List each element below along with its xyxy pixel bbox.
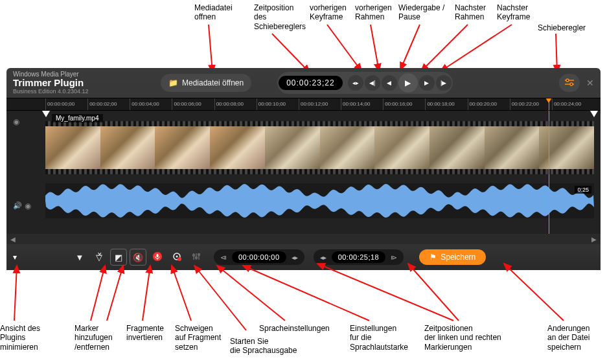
label-minimize: Ansicht des Plugins minimieren <box>0 324 40 352</box>
play-pause-button[interactable]: ▶ <box>398 73 418 93</box>
equalizer-icon <box>192 252 201 263</box>
svg-point-23 <box>198 253 200 255</box>
ruler-tick: 00:00:12;00 <box>299 98 341 110</box>
eye-icon-2[interactable]: ◉ <box>25 201 31 210</box>
bottom-toolbar: ▾ ▼ ▽✕ ◩ 🔇 ⧏ <box>6 244 601 270</box>
video-thumbnail <box>155 126 210 169</box>
svg-point-17 <box>178 257 181 261</box>
scroll-left-button[interactable]: ◀ <box>10 236 16 243</box>
top-annotations: Mediadatei offnen Zeitposition des Schie… <box>0 0 607 68</box>
next-keyframe-button[interactable]: |▶ <box>436 75 452 91</box>
volume-settings-button[interactable] <box>188 249 205 266</box>
mute-fragment-button[interactable]: 🔇 <box>130 249 146 266</box>
label-prev-keyframe: vorherigen Keyframe <box>310 3 347 22</box>
video-thumbnail <box>320 126 375 169</box>
nav-row: ◀ ▶ <box>6 234 601 244</box>
svg-point-21 <box>193 254 195 256</box>
label-voice-settings: Spracheinstellungen <box>259 324 330 333</box>
chevron-down-icon: ▾ <box>13 253 17 262</box>
right-track-marker[interactable] <box>590 111 598 117</box>
ruler-tick: 00:00:20;00 <box>468 98 510 110</box>
playhead-line[interactable] <box>549 111 549 234</box>
ruler-tick: 00:00:06;00 <box>172 98 214 110</box>
label-timecode: Zeitposition des Schiebereglers <box>254 3 306 31</box>
ruler-tick: 00:00:04;00 <box>130 98 172 110</box>
video-thumbnail <box>45 126 100 169</box>
nudge-button[interactable]: ◂▸ <box>348 75 363 91</box>
track-filename-label: My_family.mp4 <box>52 114 103 122</box>
voice-settings-button[interactable] <box>168 249 185 266</box>
close-icon: ✕ <box>586 78 594 88</box>
label-mute: Schweigen auf Fragment setzen <box>175 324 221 352</box>
nudge-right-button[interactable]: ◂▸ <box>317 254 329 261</box>
label-invert: Fragmente invertieren <box>126 324 164 343</box>
prev-keyframe-button[interactable]: ◀| <box>365 75 380 91</box>
playhead-marker[interactable] <box>549 98 549 110</box>
label-prev-frame: vorherigen Rahmen <box>355 3 392 22</box>
nudge-left-button[interactable]: ◂▸ <box>289 254 301 261</box>
open-media-button[interactable]: 📁 Mediadatei öffnen <box>161 74 251 92</box>
flag-icon: ⚑ <box>429 253 437 262</box>
ruler-tick: 00:00:24;00 <box>552 98 594 110</box>
label-volume-settings: Einstellungen fur die Sprachlautstarke <box>350 324 408 352</box>
go-start-button[interactable]: ⧏ <box>218 254 229 261</box>
right-marker-timecode: 00:00:25;18 <box>332 251 386 263</box>
folder-icon: 📁 <box>168 78 178 87</box>
add-marker-button[interactable]: ▼ <box>71 249 88 266</box>
video-thumbnail <box>539 126 594 169</box>
close-button[interactable]: ✕ <box>586 78 594 88</box>
remove-marker-button[interactable]: ▽✕ <box>91 249 108 266</box>
audio-track[interactable] <box>45 183 594 218</box>
svg-point-16 <box>176 255 178 257</box>
speaker-icon[interactable]: 🔊 <box>13 201 22 210</box>
label-next-keyframe: Nachster Keyframe <box>497 3 530 22</box>
duration-badge: 0:25 <box>575 186 591 194</box>
video-thumbnail <box>429 126 485 169</box>
mute-icon: 🔇 <box>133 253 143 262</box>
gear-icon <box>172 251 182 264</box>
marker-add-icon: ▼ <box>76 253 84 262</box>
video-thumbnail <box>485 126 540 169</box>
playback-controls: 00:00:23;22 ◂▸ ◀| ◀ ▶ ▶ |▶ <box>277 72 452 94</box>
label-voice-start: Starten Sie die Sprachausgabe <box>230 337 297 356</box>
plugin-title: Trimmer Plugin <box>13 78 155 89</box>
label-marker: Marker hinzufugen /entfernen <box>74 324 113 352</box>
sliders-icon <box>565 77 574 89</box>
voice-record-button[interactable] <box>149 249 166 266</box>
plugin-window: Windows Media Player Trimmer Plugin Busi… <box>6 68 601 270</box>
ruler-tick: 00:00:10;00 <box>257 98 299 110</box>
left-marker-group: ⧏ 00:00:00;00 ◂▸ <box>214 249 304 265</box>
invert-fragments-button[interactable]: ◩ <box>110 249 127 266</box>
go-end-button[interactable]: ⧐ <box>388 254 400 261</box>
label-next-frame: Nachster Rahmen <box>455 3 486 22</box>
timecode-display: 00:00:23;22 <box>279 76 342 90</box>
left-marker-timecode: 00:00:00;00 <box>232 251 286 263</box>
svg-point-22 <box>196 256 198 258</box>
next-frame-button[interactable]: ▶ <box>419 75 435 91</box>
ruler-tick: 00:00:02;00 <box>87 98 130 110</box>
video-thumbnail <box>265 126 320 169</box>
version-label: Business Edition 4.0.2304.12 <box>13 89 155 95</box>
marker-remove-icon: ▽✕ <box>96 253 102 262</box>
prev-frame-button[interactable]: ◀ <box>382 75 397 91</box>
header: Windows Media Player Trimmer Plugin Busi… <box>6 68 601 98</box>
scroll-right-button[interactable]: ▶ <box>591 236 597 243</box>
svg-point-10 <box>566 79 569 82</box>
video-track[interactable] <box>45 121 594 174</box>
save-button[interactable]: ⚑ Speichern <box>419 249 486 265</box>
ruler-tick: 00:00:08;00 <box>214 98 257 110</box>
save-label: Speichern <box>441 253 475 262</box>
video-thumbnail <box>210 126 265 169</box>
svg-rect-14 <box>157 254 159 257</box>
timeline-ruler[interactable]: 00:00:00;0000:00:02;0000:00:04;0000:00:0… <box>6 98 601 111</box>
ruler-tick: 00:00:14;00 <box>341 98 383 110</box>
minimize-button[interactable]: ▾ <box>13 253 17 262</box>
ruler-tick: 00:00:18;00 <box>425 98 467 110</box>
slider-settings-button[interactable] <box>559 74 580 92</box>
bottom-annotations: Ansicht des Plugins minimieren Marker hi… <box>0 272 607 363</box>
label-slider: Schieberegler <box>538 23 586 32</box>
eye-icon[interactable]: ◉ <box>13 117 19 126</box>
svg-point-11 <box>570 83 573 85</box>
left-track-marker[interactable] <box>42 111 50 117</box>
right-marker-group: ◂▸ 00:00:25;18 ⧐ <box>314 249 404 265</box>
